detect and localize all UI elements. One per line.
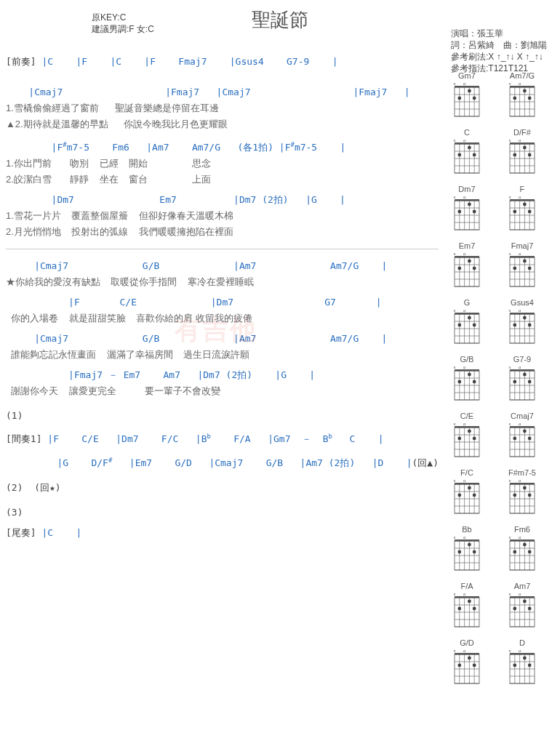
chord-diagram-label: G/D (446, 638, 488, 647)
svg-point-265 (513, 550, 516, 554)
svg-text:o: o (519, 365, 521, 369)
svg-point-206 (523, 430, 527, 433)
chord-diagram: D/F#xo (501, 128, 543, 177)
svg-text:o: o (463, 195, 466, 199)
svg-text:o: o (519, 138, 521, 143)
svg-point-282 (473, 607, 476, 611)
svg-point-251 (468, 543, 471, 547)
svg-point-312 (473, 664, 476, 667)
svg-point-100 (457, 267, 461, 270)
svg-text:o: o (463, 308, 466, 313)
svg-text:o: o (519, 81, 521, 86)
svg-point-281 (468, 600, 471, 603)
svg-text:o: o (519, 535, 521, 540)
chord-diagram-label: Cmaj7 (501, 412, 543, 420)
svg-text:x: x (453, 478, 455, 483)
svg-text:o: o (463, 422, 466, 426)
verse1-line-b: 1.你出門前 吻別 已經 開始 思念 (6, 156, 439, 172)
svg-rect-54 (510, 143, 535, 145)
svg-point-220 (457, 494, 461, 497)
verse-chords-2: |F#m7-5 Fm6 |Am7 Am7/G (各1拍) |F#m7-5 | (6, 137, 439, 156)
svg-text:x: x (508, 365, 511, 369)
svg-point-131 (468, 316, 471, 320)
svg-text:x: x (508, 422, 511, 426)
svg-point-266 (523, 543, 527, 547)
svg-text:o: o (519, 422, 521, 426)
svg-text:o: o (519, 478, 521, 483)
svg-point-132 (473, 324, 476, 327)
svg-point-40 (457, 153, 461, 157)
chord-diagram: C/Exo (446, 412, 488, 461)
svg-text:x: x (508, 649, 511, 653)
svg-point-161 (468, 373, 471, 377)
credit-finger: 參考指法:T121T121 (451, 63, 547, 74)
svg-text:o: o (463, 252, 466, 256)
svg-point-71 (468, 203, 471, 206)
svg-point-85 (513, 210, 516, 214)
svg-point-296 (523, 600, 527, 603)
svg-rect-9 (455, 86, 479, 88)
svg-point-102 (473, 267, 476, 270)
svg-point-42 (473, 153, 476, 157)
chord-diagram: Cmaj7xo (501, 412, 543, 461)
svg-text:x: x (508, 535, 511, 540)
svg-text:x: x (453, 195, 455, 199)
chord-diagram: Gxo (446, 298, 488, 348)
svg-point-326 (523, 657, 527, 660)
intro-chords: |C |F |C |F Fmaj7 |Gsus4 G7-9 | (41, 56, 337, 67)
svg-text:o: o (519, 592, 521, 596)
svg-point-10 (457, 97, 461, 100)
svg-point-145 (513, 324, 516, 327)
svg-point-310 (457, 664, 461, 667)
chord-diagram-label: F/A (446, 582, 488, 590)
svg-point-327 (528, 664, 532, 667)
chorus-chords-4: |Fmaj7 － Em7 Am7 |Dm7 (2拍) |G | (6, 367, 439, 383)
chord-diagram-label: F#m7-5 (501, 468, 543, 477)
svg-point-311 (468, 657, 471, 660)
chorus-line-1: ★你給我的愛沒有缺點 取暖從你手指間 寒冷在愛裡睡眠 (6, 274, 439, 290)
svg-point-70 (457, 210, 461, 214)
svg-point-72 (473, 210, 476, 214)
svg-text:x: x (453, 422, 455, 426)
svg-point-237 (528, 494, 532, 497)
svg-text:o: o (519, 649, 521, 653)
svg-point-252 (473, 550, 476, 554)
chord-diagram-label: Dm7 (446, 185, 488, 193)
svg-point-190 (457, 437, 461, 441)
marker-3: (3) (6, 505, 439, 521)
svg-point-12 (473, 97, 476, 100)
chord-diagram: G7-9xo (501, 355, 543, 404)
outro-chords: |C | (41, 527, 81, 538)
svg-point-280 (457, 607, 461, 611)
verse2-line-a: ▲2.期待就是溫馨的早點 你說今晚我比月色更耀眼 (6, 116, 439, 132)
chord-diagram: Gsus4xo (501, 298, 543, 348)
chord-diagram-label: G/B (446, 355, 488, 364)
svg-rect-24 (510, 86, 535, 88)
svg-point-176 (523, 373, 527, 377)
svg-point-162 (473, 380, 476, 384)
svg-point-55 (513, 153, 516, 157)
chorus-line-3: 誰能夠忘記永恆畫面 灑滿了幸福房間 過生日流淚許願 (6, 347, 439, 363)
verse-chords-1: |Cmaj7 |Fmaj7 |Cmaj7 |Fmaj7 | (6, 84, 439, 100)
verse-chords-3: |Dm7 Em7 |Dm7 (2拍) |G | (6, 192, 439, 208)
svg-rect-129 (455, 313, 479, 315)
marker-2: (2) (回★) (6, 480, 439, 496)
svg-point-221 (468, 486, 471, 490)
svg-text:x: x (453, 81, 455, 86)
svg-rect-204 (510, 426, 535, 428)
verse2-line-b: 2.皎潔白雪 靜靜 坐在 窗台 上面 (6, 172, 439, 188)
chord-diagram: F/Cxo (446, 468, 488, 518)
svg-rect-309 (455, 653, 479, 655)
svg-point-117 (528, 267, 532, 270)
svg-rect-69 (455, 199, 479, 201)
divider (6, 249, 439, 249)
svg-text:x: x (453, 365, 455, 369)
chord-diagram-label: G7-9 (501, 355, 543, 364)
svg-text:x: x (453, 308, 455, 313)
chord-diagram: Am7/Gxo (501, 71, 543, 121)
svg-point-130 (457, 324, 461, 327)
svg-rect-189 (455, 426, 479, 428)
chord-diagram: Em7xo (446, 241, 488, 291)
chord-diagram-label: F/C (446, 468, 488, 477)
svg-rect-264 (510, 540, 535, 542)
